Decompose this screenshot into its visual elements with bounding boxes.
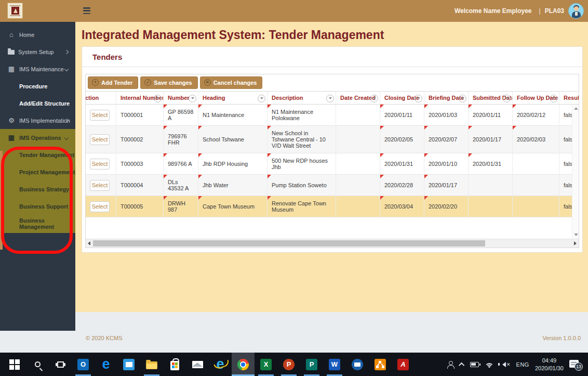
scroll-left-icon[interactable]	[88, 241, 90, 245]
table-scroll-area: ActionInternal NumberNumberHeadingDescri…	[86, 92, 579, 239]
start-taskbar-button[interactable]	[3, 353, 26, 376]
panel-title: Tenders	[82, 47, 582, 67]
vertical-scrollbar[interactable]	[572, 105, 579, 239]
filter-icon[interactable]	[503, 95, 511, 102]
sidebar-item-procedure[interactable]: Procedure	[0, 77, 75, 95]
search-taskbar-button[interactable]	[26, 353, 49, 376]
sidebar-item-system-setup[interactable]: System Setup	[0, 43, 75, 60]
chrome-taskbar-button[interactable]	[232, 353, 255, 376]
sidebar-toggle-hamburger-icon[interactable]	[83, 7, 90, 14]
column-header[interactable]: Follow Up Date	[513, 92, 559, 105]
cancel-changes-button[interactable]: ✕ Cancel changes	[200, 76, 263, 89]
sidebar-item-project-management[interactable]: Project Management	[0, 163, 75, 180]
column-header[interactable]: Number	[164, 92, 198, 105]
publisher-icon: P	[305, 358, 318, 371]
task-view-icon	[54, 358, 67, 371]
file-explorer-taskbar-button[interactable]	[140, 353, 163, 376]
people-icon[interactable]	[447, 361, 455, 368]
sidebar-item-ims-implementation[interactable]: ⚙ IMS Implementation	[0, 112, 75, 129]
clock-date: 2020/01/30	[535, 365, 564, 372]
horizontal-scrollbar-thumb[interactable]	[93, 240, 485, 247]
column-header[interactable]: Action	[86, 92, 116, 105]
select-button[interactable]: Select	[90, 134, 110, 145]
column-header[interactable]: Closing Date	[380, 92, 424, 105]
sidebar-item-home[interactable]: ⌂ Home	[0, 26, 75, 43]
grid-icon: ▦	[7, 134, 16, 141]
tender-table: ActionInternal NumberNumberHeadingDescri…	[86, 92, 579, 217]
sidebar-item-add-edit-structure[interactable]: Add/Edit Structure	[0, 95, 75, 112]
save-changes-button[interactable]: ✓ Save changes	[140, 76, 197, 89]
filter-icon[interactable]	[326, 95, 334, 102]
filter-icon[interactable]	[370, 95, 378, 102]
volume-muted-icon[interactable]: ✕	[500, 362, 511, 367]
kcms-logo[interactable]	[7, 3, 23, 19]
scroll-down-icon[interactable]	[574, 234, 578, 236]
scroll-up-icon[interactable]	[574, 107, 578, 110]
edge-icon: e	[99, 358, 113, 371]
tender-table-body: SelectT000001GP 86598 AN1 MaintenanceN1 …	[86, 105, 579, 217]
copyright-text: © 2020 KCMS	[86, 335, 122, 341]
filter-icon[interactable]	[258, 95, 265, 102]
word-icon: W	[328, 358, 341, 371]
language-indicator[interactable]: ENG	[516, 361, 529, 368]
select-button[interactable]: Select	[90, 110, 110, 121]
sidebar-item-tender-management[interactable]: Tender Management	[0, 146, 75, 163]
grid-icon: ▦	[7, 65, 16, 73]
select-button[interactable]: Select	[90, 180, 110, 191]
filter-icon[interactable]	[154, 95, 162, 102]
microsoft-store-taskbar-button[interactable]	[163, 353, 186, 376]
user-avatar[interactable]	[568, 3, 584, 19]
excel-taskbar-button[interactable]: X	[255, 353, 277, 376]
people-taskbar-button[interactable]	[117, 353, 140, 376]
column-header[interactable]: Internal Number	[116, 92, 164, 105]
page-title: Integrated Management System: Tender Man…	[82, 28, 588, 42]
filter-icon[interactable]	[415, 95, 422, 102]
notification-icon[interactable]: 13	[569, 360, 580, 369]
outlook-taskbar-button[interactable]: O	[72, 353, 95, 376]
task-view-taskbar-button[interactable]	[49, 353, 72, 376]
mail-taskbar-button[interactable]	[186, 353, 209, 376]
column-header[interactable]: Heading	[198, 92, 268, 105]
filter-icon[interactable]	[550, 95, 557, 102]
main-content: Integrated Management System: Tender Man…	[75, 22, 588, 312]
tenders-panel: Tenders + Add Tender ✓ Save changes ✕ Ca…	[82, 46, 583, 253]
battery-icon[interactable]	[470, 362, 479, 367]
sidebar-item-business-management[interactable]: Business Management	[0, 215, 75, 232]
sidebar-item-ims-operations[interactable]: ▦ IMS Operations	[0, 129, 75, 146]
table-row[interactable]: SelectT000005DRWH 987Cape Town MuseumRen…	[86, 196, 579, 217]
column-header[interactable]: Submitted Date	[469, 92, 513, 105]
thunderbird-taskbar-button[interactable]	[346, 353, 369, 376]
sidebar-item-business-support[interactable]: Business Support	[0, 198, 75, 215]
chevron-down-icon	[64, 67, 69, 71]
acrobat-taskbar-button[interactable]: A	[392, 353, 415, 376]
publisher-taskbar-button[interactable]: P	[300, 353, 323, 376]
edge-taskbar-button[interactable]: e	[95, 353, 117, 376]
system-tray: ✕ ENG 04:49 2020/01/30 13	[447, 353, 588, 376]
table-row[interactable]: SelectT000004DLs 43532 AJhb WaterPump St…	[86, 175, 579, 196]
table-row[interactable]: SelectT000001GP 86598 AN1 MaintenanceN1 …	[86, 105, 579, 126]
gear-icon: ⚙	[7, 116, 16, 124]
diagram-tool-taskbar-button[interactable]	[369, 353, 392, 376]
filter-icon[interactable]	[459, 95, 466, 102]
scroll-right-icon[interactable]	[574, 241, 577, 245]
powerpoint-taskbar-button[interactable]: P	[277, 353, 300, 376]
select-button[interactable]: Select	[90, 201, 110, 212]
show-hidden-icons-chevron-icon[interactable]	[459, 362, 464, 368]
add-tender-button[interactable]: + Add Tender	[88, 76, 138, 89]
internet-explorer-taskbar-button[interactable]: e	[209, 353, 232, 376]
clock[interactable]: 04:49 2020/01/30	[535, 357, 564, 372]
select-button[interactable]: Select	[90, 159, 110, 170]
sidebar-item-business-strategy[interactable]: Business Strategy	[0, 180, 75, 198]
word-taskbar-button[interactable]: W	[323, 353, 346, 376]
horizontal-scrollbar[interactable]	[86, 239, 579, 248]
column-header[interactable]: Briefing Date	[424, 92, 469, 105]
column-header[interactable]: Description	[268, 92, 336, 105]
wifi-icon[interactable]	[485, 361, 494, 368]
filter-icon[interactable]	[189, 95, 196, 102]
sidebar-item-ims-maintenance[interactable]: ▦ IMS Maintenance	[0, 60, 75, 77]
table-row[interactable]: SelectT000002796976 FHRSchool TshwaneNew…	[86, 126, 579, 153]
tender-grid: + Add Tender ✓ Save changes ✕ Cancel cha…	[85, 74, 579, 248]
column-header[interactable]: Date Created	[336, 92, 380, 105]
column-header[interactable]: Result	[559, 92, 579, 105]
table-row[interactable]: SelectT000003989766 AJhb RDP Housing500 …	[86, 153, 579, 175]
